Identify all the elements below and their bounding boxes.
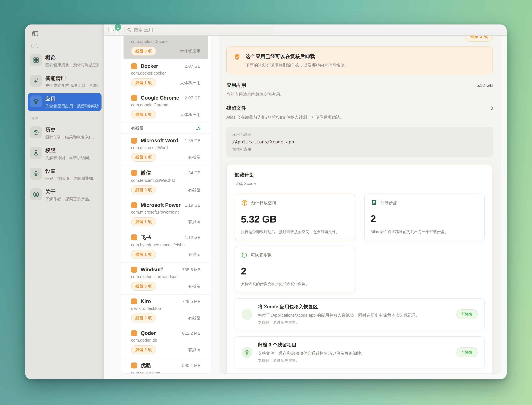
- stat-description: 支持恢复的步骤会在历史和恢复中保留。: [241, 277, 349, 287]
- app-size: 1.12 GB: [185, 235, 201, 240]
- app-name: Docker: [141, 63, 181, 69]
- list-item-wechat[interactable]: 微信 1.34 GB com.tencent.xinWeChat 残留 2 项 …: [121, 165, 211, 198]
- app-name: Windsurf: [141, 267, 178, 273]
- plan-list-icon: [370, 199, 377, 206]
- app-category-tag: 有残留: [188, 315, 201, 321]
- list-item-qoder[interactable]: Qoder 612.2 MB com.qoder.ide 残留 2 项 有残留: [121, 326, 211, 358]
- plan-queue-button[interactable]: 1: [108, 26, 119, 34]
- list-item-youku[interactable]: 优酷 590.4 MB com.youku.mac 残留 2 项 有残留: [121, 358, 211, 374]
- stat-label: 可恢复步骤: [251, 252, 271, 258]
- step-title: 归档 3 个残留项目: [258, 342, 451, 348]
- alert-description: 下面的计划会说明将删除什么，以及哪些内容仍可恢复。: [245, 62, 349, 68]
- app-bundle-id: com.qoder.ide: [131, 338, 201, 343]
- app-size: 590.4 MB: [182, 363, 201, 368]
- step-note: 支持时可通过历史恢复。: [258, 358, 451, 363]
- list-item-xcode-selected[interactable]: com.apple.dt.Xcode 残留 3 项 大体积应用: [124, 36, 208, 59]
- app-category-tag: 有残留: [188, 219, 201, 224]
- app-bundle-id: com.apple.dt.Xcode: [131, 39, 201, 44]
- list-item-docker[interactable]: Docker 2.07 GB com.docker.docker 残留 1 项 …: [121, 59, 211, 91]
- plan-stats: 预计释放空间 5.32 GB 执行这份卸载计划后，预计可释放的空间，包含残留文件…: [235, 194, 485, 292]
- bundle-path-label: 应用包路径: [232, 132, 487, 137]
- sidebar-item-about[interactable]: 关于 了解作者，探索更多产品。: [28, 186, 101, 204]
- sidebar-item-permissions[interactable]: 权限 先解释原因，再请求访问。: [28, 145, 101, 163]
- sidebar-item-history[interactable]: 历史 跟踪任务、结果和恢复入口。: [28, 124, 101, 142]
- app-bundle-id: com.exafunction.windsurf: [131, 274, 201, 279]
- sidebar-item-smart-clean[interactable]: 智能清理 先生成并复核清理计划，再决定…: [28, 73, 101, 90]
- detail-top-badge-clipped: 残留 3 项: [465, 36, 493, 42]
- search-icon: [127, 27, 131, 33]
- app-category-tag: 有残留: [188, 155, 201, 160]
- list-section-header: 有残留 19: [121, 123, 211, 134]
- app-size: 1.65 GB: [185, 138, 201, 143]
- sidebar: 核心 概览 查看健康摘要、预计可释放空间…: [25, 25, 104, 379]
- sidebar-item-subtitle: 先查看应用占用、残留和卸载计…: [45, 103, 99, 109]
- app-size: 1.19 GB: [185, 203, 201, 208]
- bundle-path-tag: 大体积应用: [232, 147, 487, 152]
- alert-title: 这个应用已经可以在复核后卸载: [245, 53, 349, 60]
- sidebar-item-subtitle: 先解释原因，再请求访问。: [45, 155, 93, 161]
- app-bundle-id: com.bytedance.macos.feishu: [131, 243, 201, 247]
- desktop-background: 核心 概览 查看健康摘要、预计可释放空间…: [0, 0, 532, 405]
- app-icon: [131, 138, 137, 144]
- sidebar-item-apps[interactable]: 应用 先查看应用占用、残留和卸载计…: [28, 93, 101, 111]
- usage-description: 当前应用清单的总体空间占用。: [226, 92, 493, 97]
- residual-title: 残留文件: [226, 105, 246, 112]
- step-description: 支持文件、缓存和启动项仍会通过恢复历史保留可追溯性。: [258, 351, 451, 356]
- residual-badge: 残留 1 项: [131, 153, 156, 162]
- app-size: 2.07 GB: [185, 95, 201, 101]
- app-size: 1.34 GB: [185, 170, 201, 176]
- residual-badge: 残留 3 项: [465, 36, 493, 42]
- residual-badge: 残留 1 项: [131, 78, 156, 87]
- search-input[interactable]: [134, 27, 271, 33]
- app-size: 2.07 GB: [185, 64, 201, 69]
- list-item-chrome[interactable]: Google Chrome 2.07 GB com.google.Chrome …: [121, 91, 211, 123]
- sidebar-item-label: 概览: [45, 54, 99, 61]
- sidebar-item-overview[interactable]: 概览 查看健康摘要、预计可释放空间…: [28, 52, 101, 70]
- undo-circle-icon: [241, 251, 248, 258]
- app-bundle-id: com.tencent.xinWeChat: [131, 178, 201, 183]
- residual-badge: 残留 3 项: [131, 282, 156, 291]
- list-item-feishu[interactable]: 飞书 1.12 GB com.bytedance.macos.feishu 残留…: [121, 230, 211, 263]
- residual-section: 残留文件 3 Atlas 会在卸载前先把这些附加文件纳入计划，方便你逐项确认。: [226, 105, 493, 120]
- app-size: 738.6 MB: [182, 267, 201, 272]
- stat-label: 预计释放空间: [251, 200, 276, 206]
- list-item-kiro[interactable]: Kiro 728.5 MB dev.kiro.desktop 残留 2 项 有残…: [121, 294, 211, 326]
- recoverable-badge: 可恢复: [456, 347, 478, 357]
- stat-plan-steps: 计划步骤 2 Atlas 会在真正移除前先列出每一个卸载步骤。: [364, 194, 485, 240]
- app-name: 优酷: [141, 362, 178, 369]
- app-icon: [131, 298, 137, 304]
- residual-badge: 残留 1 项: [131, 217, 156, 226]
- step-description: 将位于 /Applications/Xcode.app 的应用包移入废纸篓，同时…: [258, 312, 451, 318]
- app-icon: [131, 170, 137, 176]
- app-bundle-icon: [242, 309, 252, 320]
- residual-description: Atlas 会在卸载前先把这些附加文件纳入计划，方便你逐项确认。: [226, 115, 493, 120]
- grid-icon: [33, 57, 39, 64]
- section-count: 19: [196, 126, 201, 131]
- stat-recoverable-steps: 可恢复步骤 2 支持恢复的步骤会在历史和恢复中保留。: [235, 246, 355, 292]
- shield-lock-icon: [33, 149, 39, 156]
- app-name: 微信: [141, 169, 181, 176]
- package-icon: [241, 199, 248, 206]
- list-item-powerpoint[interactable]: Microsoft Power… 1.19 GB com.microsoft.P…: [121, 198, 211, 230]
- step-title: 将 Xcode 应用包移入恢复区: [258, 304, 451, 310]
- sidebar-toggle-button[interactable]: [30, 29, 40, 38]
- app-name: Google Chrome: [141, 95, 181, 101]
- sidebar-item-label: 权限: [45, 147, 93, 154]
- stat-label: 计划步骤: [381, 200, 397, 205]
- stat-value: 2: [241, 265, 349, 277]
- app-category-tag: 有残留: [188, 284, 201, 289]
- sidebar-item-subtitle: 偏好、排除项、致谢和通知。: [45, 176, 97, 181]
- residual-badge: 残留 2 项: [131, 345, 156, 354]
- sidebar-toggle-icon: [31, 30, 39, 37]
- list-item-word[interactable]: Microsoft Word 1.65 GB com.microsoft.Wor…: [121, 134, 211, 165]
- app-bundle-id: com.google.Chrome: [131, 102, 201, 107]
- sidebar-item-subtitle: 跟踪任务、结果和恢复入口。: [45, 135, 97, 140]
- app-category-tag: 有残留: [188, 252, 201, 257]
- app-icon: [131, 202, 137, 208]
- plan-subtitle: 卸载 Xcode: [235, 181, 485, 186]
- search-field[interactable]: [124, 26, 274, 34]
- app-category-tag: 大体积应用: [180, 112, 201, 117]
- trash-icon: [244, 349, 250, 355]
- list-item-windsurf[interactable]: Windsurf 738.6 MB com.exafunction.windsu…: [121, 263, 211, 294]
- sidebar-item-settings[interactable]: 设置 偏好、排除项、致谢和通知。: [28, 165, 101, 183]
